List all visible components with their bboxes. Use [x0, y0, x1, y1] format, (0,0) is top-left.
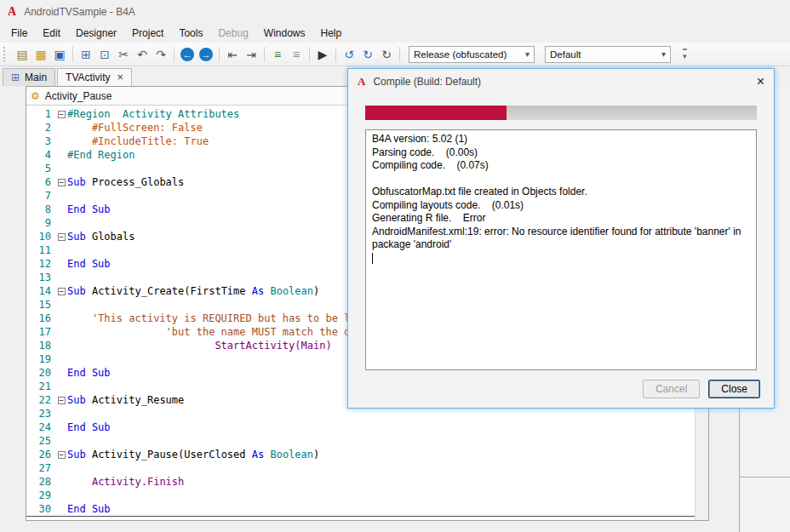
- menu-project[interactable]: Project: [124, 26, 171, 41]
- collapse-icon[interactable]: −: [58, 111, 66, 118]
- collapse-icon[interactable]: −: [58, 451, 66, 459]
- line-number: 15: [26, 298, 55, 312]
- menu-edit[interactable]: Edit: [35, 26, 68, 41]
- current-sub-label[interactable]: Activity_Pause: [45, 90, 112, 102]
- app-logo-icon: A: [8, 5, 16, 19]
- redeploy-icon[interactable]: ↻: [358, 46, 377, 63]
- collapse-icon[interactable]: −: [58, 233, 66, 241]
- navigate-forward-icon[interactable]: →: [199, 48, 213, 61]
- menu-tools[interactable]: Tools: [171, 26, 210, 41]
- redo-icon[interactable]: ↷: [152, 46, 170, 63]
- outdent-icon[interactable]: ⇤: [223, 46, 242, 63]
- tab-tvactivity[interactable]: TVActivity×: [57, 68, 132, 86]
- build-configuration-select[interactable]: Default▾: [545, 46, 671, 63]
- indent-icon[interactable]: ⇥: [242, 46, 260, 63]
- toolbar-overflow-button[interactable]: ▾: [683, 49, 687, 60]
- fold-toggle[interactable]: −: [55, 284, 67, 298]
- undo-icon[interactable]: ↶: [133, 46, 152, 63]
- refresh-icon[interactable]: ↻: [377, 46, 396, 63]
- toolbar-separator: [309, 47, 310, 62]
- log-line: Parsing code. (0.00s): [372, 146, 750, 160]
- fold-toggle[interactable]: −: [55, 107, 67, 121]
- collapse-icon[interactable]: −: [58, 288, 66, 295]
- close-button[interactable]: Close: [708, 380, 760, 398]
- tab-label: Main: [25, 72, 47, 83]
- fold-gutter: [55, 134, 67, 148]
- log-line: B4A version: 5.02 (1): [372, 133, 750, 146]
- log-line: [372, 173, 750, 186]
- collapse-icon[interactable]: −: [58, 179, 66, 186]
- line-number: 11: [26, 243, 55, 257]
- chevron-down-icon: ▾: [661, 49, 666, 59]
- layout-window-icon[interactable]: ⊡: [95, 46, 114, 63]
- cut-icon[interactable]: ✂: [114, 46, 133, 63]
- chevron-down-icon: ▾: [525, 49, 530, 59]
- fold-gutter: [55, 148, 67, 162]
- new-icon[interactable]: ▤: [13, 46, 31, 63]
- line-number: 9: [26, 216, 55, 230]
- code-text: Sub Activity_Pause(UserClosed As Boolean…: [67, 448, 696, 461]
- code-line[interactable]: 24End Sub: [26, 420, 696, 434]
- run-icon[interactable]: ▶: [313, 46, 332, 63]
- code-line[interactable]: 29: [26, 489, 696, 502]
- fold-gutter: [55, 407, 67, 420]
- save-icon[interactable]: ▣: [50, 46, 69, 63]
- line-number: 7: [26, 189, 55, 203]
- menu-debug[interactable]: Debug: [210, 26, 255, 41]
- open-icon[interactable]: ▦: [31, 46, 50, 63]
- line-number: 10: [26, 230, 55, 243]
- cancel-button[interactable]: Cancel: [643, 380, 700, 398]
- window-title: AndroidTVSample - B4A: [24, 6, 135, 18]
- comment-icon[interactable]: ≡: [268, 46, 287, 63]
- fold-gutter: [55, 380, 67, 393]
- fold-gutter: [55, 298, 67, 312]
- menu-file[interactable]: File: [3, 26, 35, 41]
- panel-splitter[interactable]: [740, 477, 790, 478]
- recompile-icon[interactable]: ↺: [340, 46, 358, 63]
- navigate-back-icon[interactable]: ←: [180, 48, 194, 61]
- sub-icon: ⚙: [31, 90, 40, 102]
- code-line[interactable]: 26−Sub Activity_Pause(UserClosed As Bool…: [26, 448, 696, 461]
- compile-progress-fill: [365, 106, 507, 120]
- menu-help[interactable]: Help: [313, 26, 350, 41]
- visual-designer-icon[interactable]: ⊞: [77, 46, 95, 63]
- toolbar-items: ▤▦▣⊞⊡✂↶↷←→⇤⇥≡≡▶↺↻↻Release (obfuscated)▾D…: [13, 46, 687, 63]
- tab-main[interactable]: ⊞Main: [3, 68, 55, 86]
- fold-toggle[interactable]: −: [55, 448, 67, 461]
- code-line[interactable]: 28 Activity.Finish: [26, 475, 696, 489]
- line-number: 1: [26, 107, 55, 121]
- menu-designer[interactable]: Designer: [68, 26, 124, 41]
- close-icon[interactable]: ×: [757, 75, 764, 89]
- collapse-icon[interactable]: −: [58, 397, 66, 404]
- menu-windows[interactable]: Windows: [256, 26, 313, 41]
- code-line[interactable]: 23: [26, 407, 696, 420]
- fold-toggle[interactable]: −: [55, 175, 67, 189]
- line-number: 30: [26, 502, 55, 516]
- fold-toggle[interactable]: −: [55, 230, 67, 243]
- fold-gutter: [55, 475, 67, 489]
- uncomment-icon[interactable]: ≡: [287, 46, 306, 63]
- fold-gutter: [55, 189, 67, 203]
- code-line[interactable]: 30End Sub: [26, 502, 696, 517]
- fold-gutter: [55, 216, 67, 230]
- code-text: [67, 434, 696, 448]
- fold-toggle[interactable]: −: [55, 393, 67, 407]
- code-line[interactable]: 25: [26, 434, 696, 448]
- text-caret: [372, 253, 373, 264]
- compile-mode-select[interactable]: Release (obfuscated)▾: [409, 46, 535, 63]
- line-number: 24: [26, 420, 55, 434]
- toolbar-separator: [335, 47, 336, 62]
- line-number: 12: [26, 257, 55, 271]
- line-number: 28: [26, 475, 55, 489]
- compile-log[interactable]: B4A version: 5.02 (1)Parsing code. (0.00…: [365, 129, 757, 370]
- fold-gutter: [55, 352, 67, 366]
- code-line[interactable]: 27: [26, 461, 696, 475]
- tab-label: TVActivity: [66, 72, 110, 83]
- log-line: AndroidManifest.xml:19: error: No resour…: [372, 226, 750, 252]
- line-number: 29: [26, 489, 55, 502]
- close-icon[interactable]: ×: [117, 73, 124, 82]
- build-configuration-select-value: Default: [550, 49, 661, 60]
- compile-dialog-title: Compile (Build: Default): [373, 76, 481, 88]
- toolbar-separator: [264, 47, 265, 62]
- fold-gutter: [55, 366, 67, 380]
